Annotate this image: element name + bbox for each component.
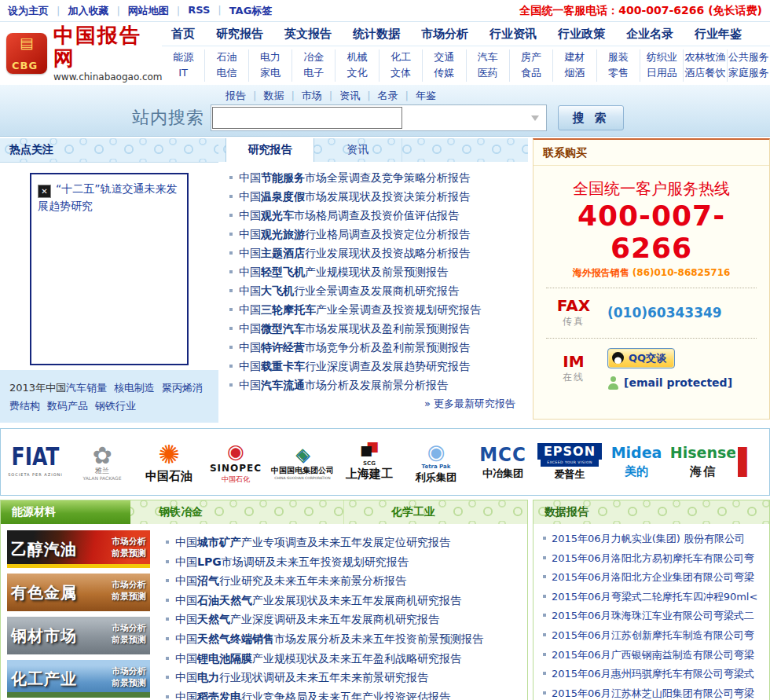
category-link-bottom[interactable]: IT xyxy=(162,65,204,81)
report-link[interactable]: 中国主题酒店行业发展现状及投资战略分析报告 xyxy=(229,244,528,262)
topbar-link[interactable]: 网站地图 xyxy=(128,4,188,18)
hot-focus-image[interactable]: “十二五”轨道交通未来发展趋势研究 xyxy=(30,173,189,365)
data-report-link[interactable]: 2015年06月惠州玛骐摩托车有限公司弯梁式 xyxy=(543,665,769,684)
category-link-top[interactable]: 能源 xyxy=(162,49,204,65)
data-report-link[interactable]: 2015年06月弯梁式二轮摩托车四冲程90ml< xyxy=(543,588,769,607)
email-link[interactable]: [email protected] xyxy=(607,376,732,390)
category-link-top[interactable]: 电力 xyxy=(249,49,292,65)
data-report-link[interactable]: 2015年06月珠海珠江车业有限公司弯梁式二 xyxy=(543,607,769,626)
category-link-bottom[interactable]: 电子 xyxy=(292,65,335,81)
category-link-top[interactable]: 机械 xyxy=(336,49,378,65)
search-scope-tab[interactable]: 数据 xyxy=(263,89,301,103)
category-link-top[interactable]: 石油 xyxy=(205,49,248,65)
report-link[interactable]: 中国汽车流通市场分析及发展前景分析报告 xyxy=(229,376,528,394)
category-link-bottom[interactable]: 零售 xyxy=(597,65,640,81)
category-link-top[interactable]: 冶金 xyxy=(292,49,335,65)
report-link[interactable]: 中国沼气行业研究及未来五年未来前景分析报告 xyxy=(166,571,483,591)
partner-logo[interactable]: ◈ 中国国电集团公司 CHINA GUODIAN CORPORATION xyxy=(270,432,335,492)
report-link[interactable]: 中国LPG市场调研及未来五年投资规划研究报告 xyxy=(166,552,483,572)
partner-logo[interactable]: Hisense 海信 xyxy=(671,432,735,492)
topbar-link[interactable]: TAG标签 xyxy=(229,4,273,18)
category-link-top[interactable]: 农林牧渔 xyxy=(684,49,726,65)
partner-logo[interactable]: ▌ xyxy=(738,432,757,492)
report-link[interactable]: 中国城市矿产产业专项调查及未来五年发展定位研究报告 xyxy=(166,533,483,552)
search-button[interactable]: 搜 索 xyxy=(558,105,624,130)
topbar-link[interactable]: RSS xyxy=(188,4,229,18)
data-report-link[interactable]: 2015年06月洛阳北方易初摩托车有限公司弯 xyxy=(543,549,769,569)
hot-tag-link[interactable]: 汽车销量 xyxy=(66,382,107,394)
category-link-top[interactable]: 化工 xyxy=(380,49,422,65)
report-link[interactable]: 中国观光车市场格局调查及投资价值评估报告 xyxy=(229,206,528,225)
nav-item[interactable]: 企业名录 xyxy=(626,27,673,42)
category-link-bottom[interactable]: 食品 xyxy=(510,65,552,81)
category-link-bottom[interactable]: 家庭服务 xyxy=(728,65,770,81)
data-report-link[interactable]: 2015年06月洛阳北方企业集团有限公司弯梁 xyxy=(543,568,769,588)
partner-logo[interactable]: ■ SCG 上海建工 xyxy=(337,432,402,492)
topbar-link[interactable]: 加入收藏 xyxy=(68,4,127,18)
partner-logo[interactable]: ◉ Tetra Pak 利乐集团 xyxy=(404,432,468,492)
nav-item[interactable]: 行业政策 xyxy=(558,27,605,42)
nav-item[interactable]: 英文报告 xyxy=(284,27,332,42)
report-link[interactable]: 中国温泉度假市场发展现状及投资决策分析报告 xyxy=(229,187,528,206)
category-link-top[interactable]: 交通 xyxy=(423,49,465,65)
search-input[interactable] xyxy=(212,107,402,129)
category-link-top[interactable]: 建材 xyxy=(553,49,596,65)
report-link[interactable]: 中国特许经营市场竞争分析及盈利前景预测报告 xyxy=(229,338,528,357)
nav-item[interactable]: 统计数据 xyxy=(353,27,400,42)
nav-item[interactable]: 研究报告 xyxy=(216,27,263,42)
tab-chemical-industry[interactable]: 化学工业 xyxy=(344,500,527,524)
category-link-top[interactable]: 公共服务 xyxy=(728,49,770,65)
partner-logo[interactable]: ◉ SINOPEC 中国石化 xyxy=(204,432,268,492)
partner-logo[interactable]: EPSON EXCEED YOUR VISION 爱普生 xyxy=(537,432,602,492)
report-link[interactable]: 中国三轮摩托车产业全景调查及投资规划研究报告 xyxy=(229,300,528,319)
report-link[interactable]: 中国大飞机行业全景调查及发展商机研究报告 xyxy=(229,281,528,300)
promo-banner[interactable]: 有色金属 市场分析 前景预测 xyxy=(7,574,150,611)
search-scope-tab[interactable]: 年鉴 xyxy=(416,89,436,103)
search-scope-tab[interactable]: 资讯 xyxy=(339,89,377,103)
category-link-top[interactable]: 服装 xyxy=(597,49,640,65)
report-link[interactable]: 中国载重卡车行业深度调查及发展趋势研究报告 xyxy=(229,357,528,376)
category-link-top[interactable]: 汽车 xyxy=(467,49,509,65)
search-scope-tab[interactable]: 报告 xyxy=(226,89,263,103)
qq-chat-button[interactable]: QQ交谈 xyxy=(607,348,675,368)
nav-item[interactable]: 行业资讯 xyxy=(490,27,537,42)
promo-banner[interactable]: 钢材市场 市场分析 前景预测 xyxy=(7,617,150,654)
category-link-bottom[interactable]: 烟酒 xyxy=(553,65,596,81)
report-link[interactable]: 中国稻壳发电行业竞争格局及未来五年产业投资评估报告 xyxy=(166,687,483,700)
more-reports-link[interactable]: » 更多最新研究报告 xyxy=(218,397,528,411)
promo-banner[interactable]: 乙醇汽油 市场分析 前景预测 xyxy=(7,530,150,568)
category-link-top[interactable]: 房产 xyxy=(510,49,552,65)
tab-energy-materials[interactable]: 能源材料 xyxy=(1,500,130,524)
category-link-bottom[interactable]: 日用品 xyxy=(640,65,683,81)
hot-tag-link[interactable]: 数码产品 xyxy=(47,400,88,412)
data-report-link[interactable]: 2015年06月江苏林芝山阳集团有限公司弯梁 xyxy=(543,684,769,700)
partner-logo[interactable]: ✺ 中国石油 xyxy=(137,432,201,492)
partner-logo[interactable]: ✿ 雅兰 YALAN PACKAGE xyxy=(70,432,134,492)
nav-item[interactable]: 行业年鉴 xyxy=(695,27,742,42)
tab-research-reports[interactable]: 研究报告 xyxy=(226,138,314,162)
category-link-bottom[interactable]: 医药 xyxy=(467,65,509,81)
hot-tag-link[interactable]: 钢铁行业 xyxy=(95,400,136,412)
partner-logo[interactable]: FIAT SOCIETA PER AZIONI xyxy=(3,432,68,492)
data-report-link[interactable]: 2015年06月江苏创新摩托车制造有限公司弯 xyxy=(543,626,769,646)
partner-logo[interactable]: Midea 美的 xyxy=(604,432,669,492)
search-scope-tab[interactable]: 名录 xyxy=(378,89,416,103)
site-logo[interactable]: CBG 中国报告网 www.chinabaogao.com xyxy=(0,22,162,85)
data-report-link[interactable]: 2015年06月广西银钢南益制造有限公司弯梁 xyxy=(543,646,769,665)
chevron-down-icon[interactable] xyxy=(531,115,539,121)
report-link[interactable]: 中国轻型飞机产业规模现状及前景预测报告 xyxy=(229,262,528,281)
report-link[interactable]: 中国天然气终端销售市场发展分析及未来五年投资前景预测报告 xyxy=(166,629,483,649)
nav-item[interactable]: 首页 xyxy=(171,27,195,42)
promo-banner[interactable]: 化工产业 市场分析 前景预测 xyxy=(7,660,150,698)
category-link-bottom[interactable]: 电信 xyxy=(205,65,248,81)
tab-news[interactable]: 资讯 xyxy=(314,138,402,162)
category-link-bottom[interactable]: 家电 xyxy=(249,65,292,81)
report-link[interactable]: 中国天然气产业深度调研及未来五年发展商机研究报告 xyxy=(166,610,483,629)
nav-item[interactable]: 市场分析 xyxy=(421,27,468,42)
data-report-link[interactable]: 2015年06月力帆实业(集团) 股份有限公司 xyxy=(543,530,769,549)
category-link-top[interactable]: 纺织业 xyxy=(640,49,683,65)
topbar-link[interactable]: 设为主页 xyxy=(8,4,68,18)
tab-steel-metallurgy[interactable]: 钢铁冶金 xyxy=(130,500,344,524)
report-link[interactable]: 中国观光旅游行业格局调查及投资定位分析报告 xyxy=(229,225,528,244)
report-link[interactable]: 中国节能服务市场全景调查及竞争策略分析报告 xyxy=(229,168,528,187)
